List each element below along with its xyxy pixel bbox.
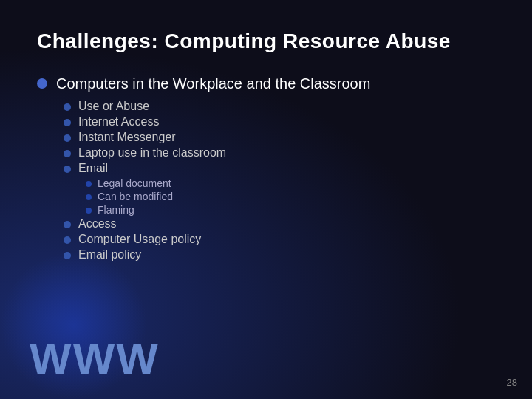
sub-sub-item-text: Legal document (98, 177, 171, 189)
sub-sub-bullet-icon (86, 181, 92, 187)
sub-item-text: Email (78, 162, 108, 175)
sub-bullet-icon (64, 150, 71, 157)
sub-sub-item-text: Can be modified (98, 191, 173, 202)
list-item: Email (64, 162, 495, 175)
sub-item-text: Internet Access (78, 115, 159, 129)
page-number: 28 (507, 377, 517, 388)
list-item: Access (64, 217, 495, 231)
sub-bullet-icon (64, 252, 71, 259)
sub-item-text: Email policy (78, 248, 141, 262)
sub-sub-bullet-icon (86, 208, 92, 214)
main-bullet-item: Computers in the Workplace and the Class… (37, 75, 495, 92)
main-bullet-icon (37, 78, 47, 89)
list-item: Laptop use in the classroom (64, 146, 495, 160)
slide: Challenges: Computing Resource Abuse Com… (0, 0, 532, 399)
sub-list: Use or Abuse Internet Access Instant Mes… (64, 100, 495, 262)
sub-sub-item-text: Flaming (98, 204, 134, 216)
sub-bullet-icon (64, 134, 71, 142)
list-item: Flaming (86, 204, 495, 216)
list-item: Email policy (64, 248, 495, 262)
list-item: Use or Abuse (64, 100, 495, 113)
list-item: Internet Access (64, 115, 495, 129)
sub-item-text: Instant Messenger (78, 131, 176, 144)
sub-sub-list: Legal document Can be modified Flaming (86, 177, 495, 216)
sub-item-text: Access (78, 217, 117, 231)
list-item: Can be modified (86, 191, 495, 202)
main-bullet-text: Computers in the Workplace and the Class… (56, 75, 370, 92)
sub-bullet-icon (64, 166, 71, 173)
www-label: WWW (30, 333, 160, 384)
sub-item-text: Computer Usage policy (78, 233, 201, 246)
sub-item-text: Laptop use in the classroom (78, 146, 226, 160)
list-item: Instant Messenger (64, 131, 495, 144)
sub-bullet-icon (64, 221, 71, 228)
sub-item-text: Use or Abuse (78, 100, 149, 113)
slide-title: Challenges: Computing Resource Abuse (37, 30, 495, 53)
sub-bullet-icon (64, 119, 71, 126)
sub-bullet-icon (64, 103, 71, 111)
sub-bullet-icon (64, 236, 71, 244)
sub-sub-bullet-icon (86, 194, 92, 200)
list-item: Computer Usage policy (64, 233, 495, 246)
list-item: Legal document (86, 177, 495, 189)
